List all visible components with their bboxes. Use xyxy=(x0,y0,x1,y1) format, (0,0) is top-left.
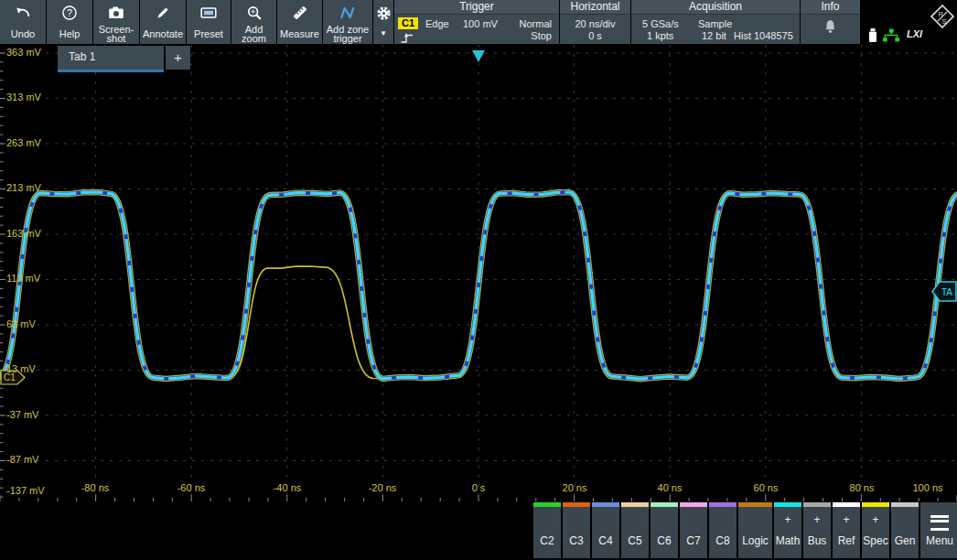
y-axis-label: 263 mV xyxy=(6,137,41,148)
math-color-stripe xyxy=(774,502,801,507)
acquisition-resolution: 12 bit xyxy=(702,30,726,41)
c2-color-stripe xyxy=(533,502,561,507)
edge-trigger-icon xyxy=(400,31,414,48)
trigger-state: Stop xyxy=(531,30,552,41)
logic-color-stripe xyxy=(738,502,772,507)
preset-button[interactable]: Preset xyxy=(187,0,231,44)
y-axis-label: 313 mV xyxy=(6,92,41,102)
x-axis-label: 40 ns xyxy=(642,482,697,493)
screenshot-button[interactable]: Screen-shot xyxy=(93,0,139,44)
toolbar-settings-column[interactable]: ▼ xyxy=(373,0,393,44)
annotate-button[interactable]: Annotate xyxy=(140,0,186,44)
channel-c8-button[interactable]: C8 xyxy=(709,502,737,558)
channel-c6-button[interactable]: C6 xyxy=(651,502,678,558)
bell-icon xyxy=(823,18,838,39)
c5-color-stripe xyxy=(621,502,649,507)
y-axis-label: -37 mV xyxy=(6,409,38,420)
help-button[interactable]: ? Help xyxy=(47,0,92,44)
undo-button[interactable]: Undo xyxy=(0,0,46,44)
acquisition-section[interactable]: Acquisition 5 GSa/s 1 kpts Sample 12 bit… xyxy=(631,0,800,44)
waveform-display[interactable]: C1 TA xyxy=(0,0,957,560)
acquisition-histogram: Hist 1048575 xyxy=(734,30,793,41)
toolbar-expand-arrow[interactable]: ▼ xyxy=(380,24,387,44)
gear-icon xyxy=(376,0,392,24)
trigger-source-badge[interactable]: C1 xyxy=(398,17,418,29)
x-axis-label: 0 s xyxy=(451,482,506,493)
channel-c2-button[interactable]: C2 xyxy=(533,502,561,558)
acquisition-section-title: Acquisition xyxy=(631,0,800,15)
info-section-title: Info xyxy=(801,0,860,15)
horizontal-position: 0 s xyxy=(560,30,630,41)
y-axis-label: -137 mV xyxy=(6,485,45,496)
zone-wave-icon xyxy=(339,0,357,24)
acquisition-points: 1 kpts xyxy=(647,30,673,41)
gen-button[interactable]: Gen xyxy=(891,502,919,558)
c3-color-stripe xyxy=(563,502,590,507)
plus-icon: + xyxy=(774,513,801,526)
y-axis-label: 63 mV xyxy=(6,318,36,329)
magnifier-icon xyxy=(246,0,263,24)
pencil-icon xyxy=(155,0,171,24)
c8-color-stripe xyxy=(709,502,737,507)
horizontal-scale: 20 ns/div xyxy=(560,18,630,29)
display-icon xyxy=(199,0,218,24)
measure-button[interactable]: Measure xyxy=(277,0,322,44)
y-axis-label: 113 mV xyxy=(6,273,40,284)
status-zone: LXI R S xyxy=(861,0,957,44)
add-zoom-button[interactable]: Addzoom xyxy=(231,0,276,44)
camera-icon xyxy=(107,0,125,24)
menu-button[interactable]: Menu xyxy=(920,502,957,558)
x-axis-label: -80 ns xyxy=(68,482,123,493)
ruler-icon xyxy=(292,0,308,24)
c4-color-stripe xyxy=(592,502,619,507)
c7-color-stripe xyxy=(680,502,707,507)
gen-color-stripe xyxy=(891,502,919,507)
y-axis-label: 13 mV xyxy=(6,363,36,374)
trigger-position-marker[interactable] xyxy=(472,50,485,62)
y-axis-label: -87 mV xyxy=(6,454,38,465)
rohde-schwarz-logo: R S xyxy=(929,3,956,34)
add-math-button[interactable]: +Math xyxy=(774,502,801,558)
trigger-type: Edge xyxy=(425,18,449,29)
channel-c3-button[interactable]: C3 xyxy=(563,502,590,558)
add-spec-button[interactable]: +Spec xyxy=(862,502,889,558)
add-ref-button[interactable]: +Ref xyxy=(833,502,860,558)
lan-network-icon xyxy=(881,28,901,47)
info-section[interactable]: Info xyxy=(801,0,860,44)
svg-text:?: ? xyxy=(67,7,72,18)
acquisition-rate: 5 GSa/s xyxy=(642,18,679,29)
tab-1-label: Tab 1 xyxy=(69,50,95,63)
y-axis-label: 213 mV xyxy=(6,182,41,193)
channel-c7-button[interactable]: C7 xyxy=(680,502,707,558)
channel-c5-button[interactable]: C5 xyxy=(621,502,649,558)
trigger-level: 100 mV xyxy=(463,18,498,29)
add-tab-button[interactable]: + xyxy=(166,46,190,70)
trigger-section[interactable]: Trigger C1 Edge 100 mV Normal Stop xyxy=(394,0,559,44)
usb-device-icon xyxy=(867,27,878,47)
plus-icon: + xyxy=(862,513,889,526)
x-axis-label: -60 ns xyxy=(164,482,219,493)
x-axis-label: 60 ns xyxy=(738,482,793,493)
tab-1[interactable]: Tab 1 xyxy=(58,46,164,72)
plus-icon: + xyxy=(803,513,831,526)
horizontal-section-title: Horizontal xyxy=(560,0,630,15)
x-axis-label: 20 ns xyxy=(547,482,602,493)
plus-icon: + xyxy=(833,513,860,526)
y-axis-label: 163 mV xyxy=(6,228,41,239)
channel-c4-button[interactable]: C4 xyxy=(592,502,619,558)
help-icon: ? xyxy=(61,0,78,24)
top-toolbar: Undo ? Help Screen-shot Annotate Preset … xyxy=(0,0,957,44)
spec-color-stripe xyxy=(862,502,889,507)
x-axis-label: -20 ns xyxy=(355,482,410,493)
trigger-section-title: Trigger xyxy=(394,0,559,15)
horizontal-section[interactable]: Horizontal 20 ns/div 0 s xyxy=(560,0,630,44)
svg-text:TA: TA xyxy=(941,287,952,297)
undo-icon xyxy=(15,0,31,24)
acquisition-mode: Sample xyxy=(698,18,732,29)
add-bus-button[interactable]: +Bus xyxy=(803,502,831,558)
add-zone-trigger-button[interactable]: Add zonetrigger xyxy=(323,0,372,44)
x-axis-label: 100 ns xyxy=(900,482,955,493)
logic-button[interactable]: Logic xyxy=(738,502,772,558)
trigger-mode: Normal xyxy=(520,18,552,29)
lxi-indicator: LXI xyxy=(907,28,922,39)
